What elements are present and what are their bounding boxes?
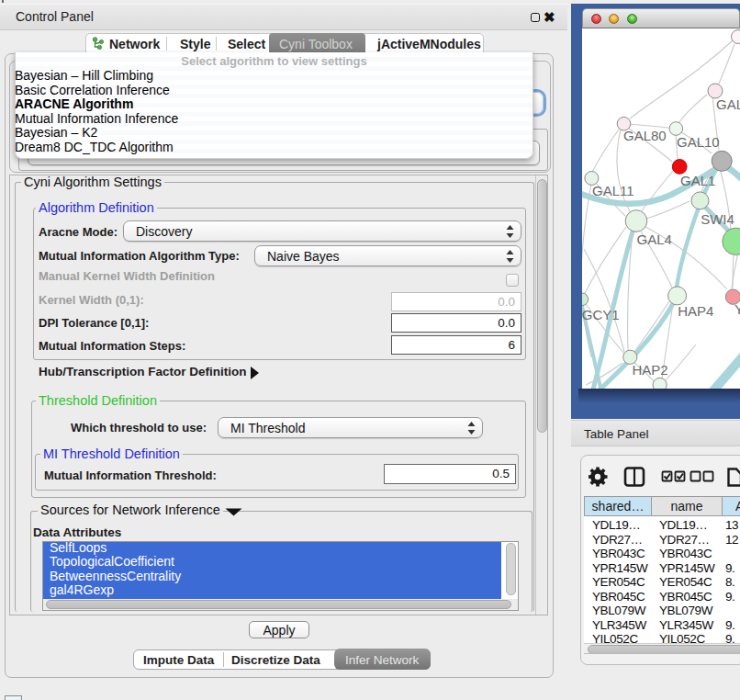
svg-text:GAL7: GAL7 [716, 96, 740, 112]
svg-text:GAL10: GAL10 [677, 134, 720, 150]
svg-text:GAL4: GAL4 [637, 231, 672, 247]
svg-text:HAP2: HAP2 [632, 362, 667, 378]
svg-text:Y: Y [734, 301, 740, 317]
svg-text:GAL11: GAL11 [592, 183, 634, 198]
svg-text:GAL80: GAL80 [623, 128, 667, 143]
svg-text:HAP4: HAP4 [678, 303, 713, 319]
svg-text:GAL1: GAL1 [680, 173, 715, 188]
svg-text:SWI4: SWI4 [701, 211, 734, 227]
svg-text:GCY1: GCY1 [582, 307, 620, 322]
